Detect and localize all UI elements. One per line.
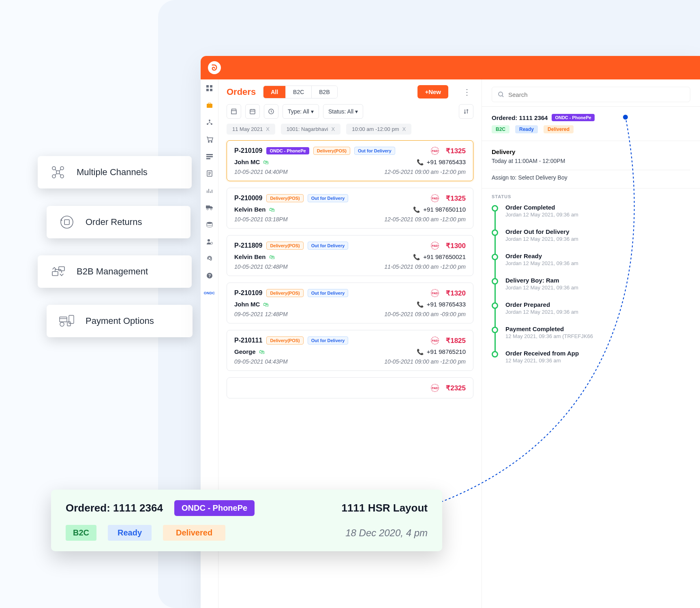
store-filter-icon[interactable] — [227, 104, 241, 119]
delivery-block: Delivery Today at 11:00AM - 12:00PM Assi… — [482, 141, 700, 188]
time-filter-icon[interactable] — [264, 104, 278, 119]
bag-icon: 🛍 — [269, 206, 275, 213]
app-logo: ᘐ — [208, 61, 221, 74]
timeline-item: Delivery Boy: RamJordan 12 May 2021, 09:… — [492, 277, 690, 301]
order-id: P-210109 — [234, 147, 262, 154]
feature-card-payments: Payment Options — [47, 305, 193, 337]
phone-icon[interactable]: 📞 — [417, 349, 424, 355]
timeline-dot-icon — [492, 205, 498, 212]
nav-cart-icon[interactable] — [206, 135, 214, 143]
feature-card-b2b: B2B Management — [38, 255, 192, 288]
orders-title: Orders — [227, 87, 256, 97]
timeline-item: Order PreparedJordan 12 May 2021, 09:36 … — [492, 301, 690, 325]
overlay-b2c-badge: B2C — [66, 525, 96, 541]
status-timeline: Order CompletedJordan 12 May 2021, 09:36… — [482, 201, 700, 377]
svg-text:PAID: PAID — [432, 244, 438, 247]
filter-chip: 1001: NagarbhaviX — [281, 124, 340, 135]
order-id: P-210111 — [234, 337, 262, 344]
nav-inventory-icon[interactable] — [206, 152, 214, 161]
nav-user-icon[interactable] — [206, 238, 214, 246]
delivered-badge: Delivered — [544, 125, 574, 133]
paid-stamp-icon: PAID — [430, 289, 439, 298]
search-input[interactable] — [508, 91, 684, 98]
svg-rect-27 — [206, 206, 210, 208]
nav-finance-icon[interactable] — [206, 221, 214, 229]
timeline-item: Order CompletedJordan 12 May 2021, 09:36… — [492, 204, 690, 228]
order-price: ₹1300 — [446, 242, 466, 250]
customer-name: Kelvin Ben — [234, 206, 266, 213]
type-filter[interactable]: Type: All ▾ — [283, 104, 319, 119]
phone-icon[interactable]: 📞 — [413, 254, 420, 260]
placed-time: 09-05-2021 04:43PM — [234, 358, 288, 365]
svg-point-28 — [207, 208, 208, 210]
ondc-badge: ONDC - PhonePe — [552, 114, 594, 121]
chip-remove-icon[interactable]: X — [402, 126, 406, 132]
feature-label: B2B Management — [77, 266, 148, 277]
nav-analytics-icon[interactable] — [206, 186, 214, 195]
feature-label: Order Returns — [86, 217, 142, 227]
filter-chip: 10:00 am -12:00 pmX — [346, 124, 411, 135]
segment-all[interactable]: All — [263, 86, 286, 98]
segment-b2b[interactable]: B2B — [312, 86, 337, 98]
new-order-button[interactable]: +New — [417, 85, 448, 98]
more-menu-icon[interactable]: ⋮ — [460, 87, 473, 97]
filter-chip: 11 May 2021X — [227, 124, 275, 135]
customer-name: John MC — [234, 301, 260, 308]
timeline-title: Order Completed — [505, 204, 578, 211]
order-price: ₹2325 — [446, 384, 466, 392]
nav-orders-icon[interactable] — [206, 101, 214, 109]
order-card[interactable]: P-211809Delivery(POS)Out for DeliveryPAI… — [227, 235, 473, 276]
order-detail-panel: Ordered: 1111 2364 ONDC - PhonePe B2C Re… — [482, 79, 700, 608]
svg-rect-25 — [206, 158, 210, 159]
svg-rect-8 — [59, 267, 64, 271]
delivery-slot: 11-05-2021 09:00 am -12:00 pm — [384, 263, 466, 270]
nav-org-icon[interactable] — [206, 118, 214, 126]
svg-text:PAID: PAID — [432, 387, 438, 390]
segment-b2c[interactable]: B2C — [286, 86, 312, 98]
order-card[interactable]: P-210109ONDC - PhonePeDelivery(POS)Out f… — [227, 140, 473, 181]
svg-point-3 — [60, 175, 64, 178]
nav-dashboard-icon[interactable] — [206, 84, 214, 92]
order-card[interactable]: P-210109Delivery(POS)Out for DeliveryPAI… — [227, 283, 473, 323]
timeline-dot-icon — [492, 327, 498, 333]
order-price: ₹1825 — [446, 336, 466, 345]
sort-icon[interactable] — [459, 104, 473, 119]
svg-point-33 — [208, 257, 211, 259]
channels-icon — [49, 163, 67, 181]
paid-stamp-icon: PAID — [430, 194, 439, 203]
customer-phone: +91 987650021 — [423, 253, 466, 260]
order-card[interactable]: P-210009Delivery(POS)Out for DeliveryPAI… — [227, 188, 473, 229]
search-box[interactable] — [492, 87, 690, 102]
order-badge: Out for Delivery — [308, 242, 349, 250]
phone-icon[interactable]: 📞 — [417, 159, 424, 165]
nav-support-icon[interactable] — [206, 255, 214, 263]
overlay-ordered: Ordered: 1111 2364 — [66, 502, 163, 514]
svg-point-21 — [208, 141, 209, 143]
date-filter-icon[interactable] — [245, 104, 260, 119]
order-card[interactable]: PAID₹2325 — [227, 377, 473, 398]
order-card[interactable]: P-210111Delivery(POS)Out for DeliveryPAI… — [227, 330, 473, 371]
assign-to[interactable]: Assign to: Select Delivery Boy — [492, 170, 690, 181]
feature-card-channels: Multiple Channels — [38, 156, 192, 188]
timeline-dot-icon — [492, 229, 498, 236]
ordered-label: Ordered: 1111 2364 — [492, 114, 548, 121]
timeline-dot-icon — [492, 351, 498, 358]
chip-remove-icon[interactable]: X — [266, 126, 270, 132]
svg-rect-7 — [52, 272, 58, 276]
nav-help-icon[interactable]: ? — [206, 272, 214, 280]
feature-label: Multiple Channels — [77, 167, 148, 178]
nav-doc-icon[interactable] — [206, 169, 214, 178]
chip-remove-icon[interactable]: X — [331, 126, 335, 132]
paid-stamp-icon: PAID — [430, 146, 439, 155]
phone-icon[interactable]: 📞 — [413, 206, 420, 213]
timeline-dot-icon — [492, 278, 498, 285]
svg-text:PAID: PAID — [432, 197, 438, 200]
order-badge: Out for Delivery — [308, 289, 349, 297]
customer-name: John MC — [234, 158, 260, 165]
phone-icon[interactable]: 📞 — [417, 301, 424, 308]
status-filter[interactable]: Status: All ▾ — [323, 104, 363, 119]
timeline-sub: Jordan 12 May 2021, 09:36 am — [505, 212, 578, 218]
order-price: ₹1325 — [446, 147, 466, 155]
ondc-mini-label: ONDC — [204, 291, 215, 295]
nav-truck-icon[interactable] — [206, 203, 214, 212]
